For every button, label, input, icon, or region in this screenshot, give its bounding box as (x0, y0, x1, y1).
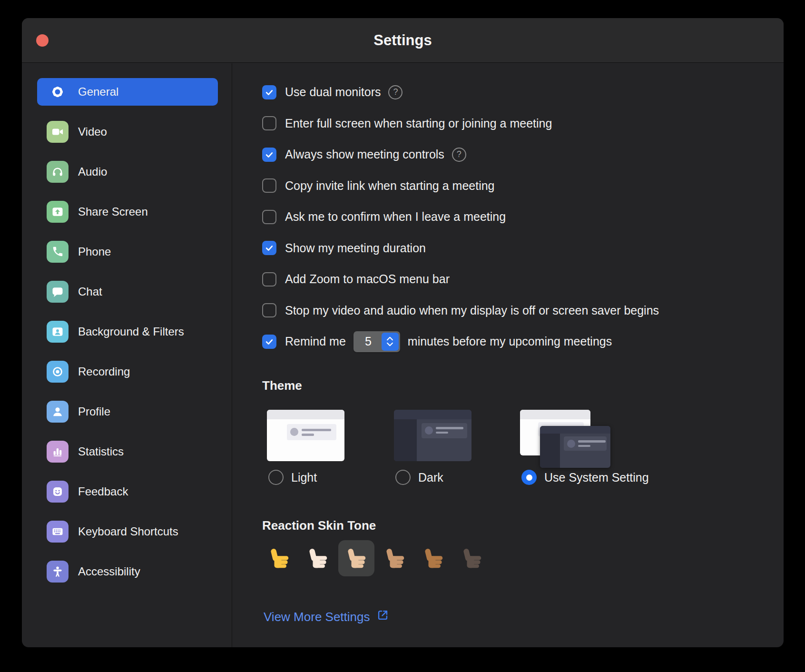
help-icon[interactable]: ? (388, 85, 402, 99)
setting-row-enter-full-screen-when-starting-or-joini: Enter full screen when starting or joini… (262, 108, 772, 139)
setting-row-show-my-meeting-duration: Show my meeting duration (262, 233, 772, 264)
remind-minutes-value: 5 (355, 335, 382, 348)
chat-bubble-icon (47, 281, 69, 303)
checkbox[interactable] (262, 272, 276, 287)
sidebar: General Video Audio Share Screen Phone C… (22, 63, 232, 647)
skin-tone-default[interactable] (261, 540, 297, 576)
remind-label-before: Remind me (285, 335, 346, 348)
theme-radio-label: Light (291, 471, 317, 484)
setting-label: Always show meeting controls (285, 148, 444, 161)
record-icon (47, 361, 69, 383)
gear-icon (47, 81, 69, 103)
sidebar-item-label: Video (78, 125, 107, 138)
stepper-up-down-buttons[interactable] (382, 333, 399, 351)
sidebar-item-label: Audio (78, 165, 107, 178)
sidebar-item-general[interactable]: General (37, 78, 218, 106)
remind-minutes-stepper[interactable]: 5 (353, 331, 400, 352)
theme-radio-use-system-setting[interactable] (521, 470, 537, 485)
smiley-icon (47, 481, 69, 503)
setting-row-use-dual-monitors: Use dual monitors? (262, 77, 772, 108)
setting-label: Use dual monitors (285, 85, 381, 99)
sidebar-item-keyboard-shortcuts[interactable]: Keyboard Shortcuts (37, 512, 218, 552)
reaction-skin-tone-row (261, 540, 490, 576)
view-more-settings-label: View More Settings (264, 610, 370, 624)
skin-tone-light[interactable] (300, 540, 336, 576)
skin-tone-medium-dark[interactable] (415, 540, 452, 576)
view-more-settings-link[interactable]: View More Settings (264, 609, 389, 625)
profile-icon (47, 401, 69, 423)
setting-label: Add Zoom to macOS menu bar (285, 272, 450, 286)
sidebar-item-label: Feedback (78, 485, 128, 498)
setting-label: Ask me to confirm when I leave a meeting (285, 210, 506, 224)
settings-window: Settings General Video Audio Share Scree… (22, 18, 784, 647)
titlebar: Settings (22, 18, 784, 63)
sidebar-item-label: General (78, 85, 118, 99)
checkbox[interactable] (262, 178, 276, 193)
checkbox[interactable] (262, 148, 276, 162)
checkbox[interactable] (262, 210, 276, 224)
theme-option-dark: Dark (394, 410, 494, 461)
accessibility-icon (47, 561, 69, 583)
theme-radio-light[interactable] (268, 470, 284, 485)
headphones-icon (47, 161, 69, 183)
sidebar-item-label: Keyboard Shortcuts (78, 525, 178, 538)
video-camera-icon (47, 121, 69, 143)
theme-option-light: Light (267, 410, 367, 461)
theme-preview-dark[interactable] (394, 410, 471, 461)
setting-label: Copy invite link when starting a meeting (285, 179, 495, 193)
checkbox[interactable] (262, 85, 276, 99)
setting-row-ask-me-to-confirm-when-i-leave-a-meeting: Ask me to confirm when I leave a meeting (262, 201, 772, 233)
sidebar-item-accessibility[interactable]: Accessibility (37, 552, 218, 592)
main-pane: Use dual monitors?Enter full screen when… (233, 63, 784, 647)
reaction-skin-tone-title: Reaction Skin Tone (262, 518, 376, 533)
theme-option-use-system-setting: Use System Setting (520, 410, 620, 468)
help-icon[interactable]: ? (452, 148, 466, 162)
sidebar-item-label: Background & Filters (78, 325, 184, 338)
sidebar-item-profile[interactable]: Profile (37, 392, 218, 432)
share-screen-icon (47, 201, 69, 223)
close-window-button[interactable] (36, 34, 49, 47)
sidebar-item-audio[interactable]: Audio (37, 152, 218, 192)
remind-label-after: minutes before my upcoming meetings (408, 335, 612, 348)
external-link-icon (376, 609, 389, 625)
sidebar-item-label: Share Screen (78, 205, 148, 218)
sidebar-item-label: Profile (78, 405, 110, 418)
sidebar-item-label: Statistics (78, 445, 124, 458)
checkbox[interactable] (262, 116, 276, 130)
sidebar-item-video[interactable]: Video (37, 112, 218, 152)
theme-preview-light[interactable] (267, 410, 344, 461)
sidebar-item-feedback[interactable]: Feedback (37, 472, 218, 512)
sidebar-item-background-filters[interactable]: Background & Filters (37, 312, 218, 352)
theme-section-title: Theme (262, 378, 302, 393)
general-settings-list: Use dual monitors?Enter full screen when… (262, 77, 772, 357)
skin-tone-medium-light-selected[interactable] (338, 540, 374, 576)
setting-row-always-show-meeting-controls: Always show meeting controls? (262, 139, 772, 170)
checkbox[interactable] (262, 303, 276, 317)
sidebar-item-share-screen[interactable]: Share Screen (37, 192, 218, 232)
setting-label: Stop my video and audio when my display … (285, 304, 659, 317)
skin-tone-dark[interactable] (454, 540, 490, 576)
sidebar-item-statistics[interactable]: Statistics (37, 432, 218, 472)
theme-radio-label: Use System Setting (544, 471, 649, 484)
checkbox[interactable] (262, 241, 276, 255)
theme-preview-system[interactable] (520, 410, 615, 468)
sidebar-item-recording[interactable]: Recording (37, 352, 218, 392)
bar-chart-icon (47, 441, 69, 463)
setting-row-copy-invite-link-when-starting-a-meeting: Copy invite link when starting a meeting (262, 170, 772, 202)
sidebar-item-label: Phone (78, 245, 111, 258)
skin-tone-medium[interactable] (377, 540, 413, 576)
setting-row-remind-me: Remind me5 minutes before my upcoming me… (262, 326, 772, 357)
theme-radio-label: Dark (418, 471, 443, 484)
setting-label: Enter full screen when starting or joini… (285, 117, 552, 130)
sidebar-item-label: Chat (78, 285, 102, 298)
checkbox[interactable] (262, 335, 276, 349)
background-filters-icon (47, 321, 69, 343)
sidebar-item-chat[interactable]: Chat (37, 272, 218, 312)
window-title: Settings (22, 18, 784, 63)
sidebar-item-label: Accessibility (78, 565, 140, 578)
sidebar-item-phone[interactable]: Phone (37, 232, 218, 272)
theme-radio-dark[interactable] (395, 470, 411, 485)
sidebar-item-label: Recording (78, 365, 130, 378)
setting-row-stop-my-video-and-audio-when-my-display-: Stop my video and audio when my display … (262, 295, 772, 326)
keyboard-icon (47, 521, 69, 543)
